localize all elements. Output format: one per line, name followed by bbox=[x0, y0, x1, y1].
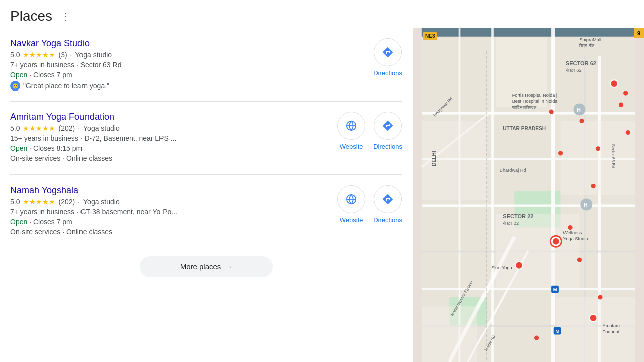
svg-point-73 bbox=[596, 146, 600, 151]
place-review-1: 😊 "Great place to learn yoga." bbox=[10, 81, 363, 91]
place-name-2[interactable]: Amritam Yoga Foundation bbox=[10, 112, 327, 122]
close-time-1: · bbox=[29, 71, 33, 79]
svg-point-62 bbox=[579, 119, 584, 123]
svg-point-71 bbox=[549, 109, 554, 114]
closes-2: Closes 8:15 pm bbox=[33, 144, 82, 152]
place-services-2: On-site services · Online classes bbox=[10, 154, 327, 162]
website-circle-2 bbox=[337, 112, 365, 140]
svg-text:DELHI: DELHI bbox=[431, 151, 437, 166]
svg-text:Best Hospital in Noida: Best Hospital in Noida bbox=[512, 99, 558, 104]
place-address-1: 7+ years in business · Sector 63 Rd bbox=[10, 61, 363, 69]
svg-text:Bhardwaj Rd: Bhardwaj Rd bbox=[500, 168, 526, 173]
rating-count-1: (3) bbox=[58, 51, 67, 59]
more-places-button[interactable]: More places → bbox=[140, 256, 273, 277]
open-label-2: Open bbox=[10, 144, 27, 152]
place-name-1[interactable]: Navkar Yoga Studio bbox=[10, 38, 363, 49]
directions-circle-2 bbox=[374, 112, 402, 140]
route-number-badge: 9 bbox=[634, 28, 644, 38]
place-name-3[interactable]: Namah Yogshala bbox=[10, 185, 327, 196]
directions-button-3[interactable]: Directions bbox=[373, 185, 403, 224]
rating-3: 5.0 bbox=[10, 198, 20, 206]
place-type-2: Yoga studio bbox=[83, 124, 120, 132]
place-status-2: Open · Closes 8:15 pm bbox=[10, 144, 327, 152]
stars-2: ★★★★★ bbox=[23, 124, 55, 132]
map-section[interactable]: SECTOR 62 सेक्टर 62 SECTOR 22 सेक्टर 22 … bbox=[413, 28, 644, 362]
place-address-2: 15+ years in business · D-72, Basement, … bbox=[10, 134, 327, 142]
place-info: Navkar Yoga Studio 5.0 ★★★★★ (3) · Yoga … bbox=[10, 38, 363, 91]
svg-rect-14 bbox=[422, 112, 635, 115]
place-item: Navkar Yoga Studio 5.0 ★★★★★ (3) · Yoga … bbox=[10, 28, 403, 102]
place-info-2: Amritam Yoga Foundation 5.0 ★★★★★ (202) … bbox=[10, 112, 327, 164]
closes-1: Closes 7 pm bbox=[33, 71, 72, 79]
stars-3: ★★★★★ bbox=[23, 198, 55, 206]
svg-point-68 bbox=[577, 258, 582, 262]
svg-text:Skm Yoga: Skm Yoga bbox=[491, 265, 512, 270]
website-circle-3 bbox=[337, 185, 365, 213]
svg-point-74 bbox=[591, 184, 596, 188]
place-type-3: Yoga studio bbox=[83, 198, 120, 206]
open-label-1: Open bbox=[10, 71, 27, 79]
main-content: Navkar Yoga Studio 5.0 ★★★★★ (3) · Yoga … bbox=[0, 28, 644, 362]
svg-text:सेक्टर 22: सेक्टर 22 bbox=[502, 220, 519, 226]
svg-point-66 bbox=[515, 262, 523, 269]
website-label-3: Website bbox=[340, 216, 363, 224]
directions-label-1: Directions bbox=[373, 69, 403, 77]
directions-circle-1 bbox=[374, 38, 402, 66]
svg-text:ShipraMall: ShipraMall bbox=[579, 37, 601, 42]
website-label-2: Website bbox=[340, 143, 363, 150]
svg-text:H: H bbox=[584, 202, 588, 208]
svg-point-61 bbox=[619, 103, 623, 107]
svg-rect-18 bbox=[422, 288, 635, 290]
place-type-1: Yoga studio bbox=[75, 51, 112, 59]
svg-point-69 bbox=[598, 295, 602, 299]
page-header: Places ⋮ bbox=[0, 0, 644, 28]
actions-row-2: Website Directions bbox=[337, 112, 403, 150]
svg-text:SECTOR 22: SECTOR 22 bbox=[503, 213, 533, 219]
svg-point-60 bbox=[623, 91, 628, 96]
review-avatar-1: 😊 bbox=[10, 81, 20, 91]
more-places-label: More places bbox=[180, 262, 221, 271]
place-actions-3: Website Directions bbox=[337, 185, 403, 224]
place-services-3: On-site services · Online classes bbox=[10, 228, 327, 236]
svg-rect-8 bbox=[422, 28, 635, 37]
svg-text:UTTAR PRADESH: UTTAR PRADESH bbox=[503, 126, 546, 131]
places-list: Navkar Yoga Studio 5.0 ★★★★★ (3) · Yoga … bbox=[0, 28, 413, 362]
svg-text:SECTOR 62: SECTOR 62 bbox=[566, 60, 596, 66]
page-title: Places bbox=[10, 8, 52, 24]
closes-3: Closes 7 pm bbox=[33, 218, 72, 226]
place-actions-1: Directions bbox=[373, 38, 403, 77]
directions-circle-3 bbox=[374, 185, 402, 213]
place-meta-2: 5.0 ★★★★★ (202) · Yoga studio bbox=[10, 124, 327, 132]
place-item-2: Amritam Yoga Foundation 5.0 ★★★★★ (202) … bbox=[10, 102, 403, 175]
svg-text:Sector 63 Rd: Sector 63 Rd bbox=[611, 144, 616, 169]
svg-text:M: M bbox=[553, 287, 557, 292]
place-status-3: Open · Closes 7 pm bbox=[10, 218, 327, 226]
svg-point-75 bbox=[534, 335, 539, 340]
more-options-icon[interactable]: ⋮ bbox=[58, 8, 72, 24]
place-info-3: Namah Yogshala 5.0 ★★★★★ (202) · Yoga st… bbox=[10, 185, 327, 238]
svg-point-63 bbox=[626, 130, 630, 135]
more-places-bar: More places → bbox=[10, 252, 403, 281]
directions-button-1[interactable]: Directions bbox=[373, 38, 403, 77]
website-button-2[interactable]: Website bbox=[337, 112, 365, 150]
svg-text:Foundat...: Foundat... bbox=[603, 329, 624, 334]
place-actions-2: Website Directions bbox=[337, 112, 403, 150]
place-item-3: Namah Yogshala 5.0 ★★★★★ (202) · Yoga st… bbox=[10, 175, 403, 248]
svg-point-59 bbox=[610, 80, 618, 87]
rating-count-2: (202) bbox=[58, 124, 75, 132]
svg-text:Amritam: Amritam bbox=[603, 323, 620, 328]
more-places-arrow: → bbox=[225, 262, 232, 271]
svg-text:सेक्टर 62: सेक्टर 62 bbox=[565, 67, 582, 73]
place-status-1: Open · Closes 7 pm bbox=[10, 71, 363, 79]
rating-count-3: (202) bbox=[58, 198, 75, 206]
website-button-3[interactable]: Website bbox=[337, 185, 365, 224]
place-meta-1: 5.0 ★★★★★ (3) · Yoga studio bbox=[10, 51, 363, 59]
directions-button-2[interactable]: Directions bbox=[373, 112, 403, 150]
svg-point-65 bbox=[553, 238, 559, 245]
place-meta-3: 5.0 ★★★★★ (202) · Yoga studio bbox=[10, 198, 327, 206]
svg-text:Fortis Hospital Noida |: Fortis Hospital Noida | bbox=[512, 93, 558, 98]
place-address-3: 7+ years in business · GT-38 basement, n… bbox=[10, 208, 327, 216]
svg-text:फोर्टिस हॉस्पिटल: फोर्टिस हॉस्पिटल bbox=[512, 105, 537, 110]
svg-text:H: H bbox=[577, 107, 581, 113]
directions-label-2: Directions bbox=[373, 143, 403, 150]
